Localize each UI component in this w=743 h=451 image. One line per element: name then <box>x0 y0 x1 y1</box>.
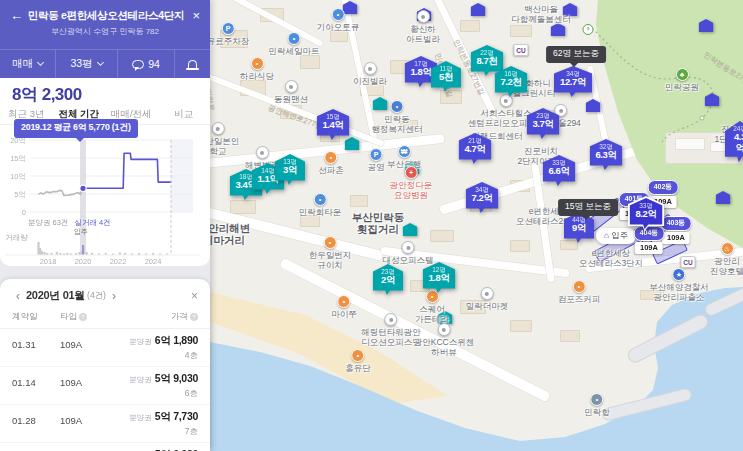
transaction-row[interactable]: 01.31109A분양권6억 1,8904층 <box>0 329 210 367</box>
house-icon <box>586 99 601 112</box>
transaction-row[interactable]: 01.14109A분양권5억 9,0306층 <box>0 367 210 405</box>
price-marker[interactable]: 11평5천 <box>431 61 461 92</box>
price-marker[interactable]: 32평6.3억 <box>589 139 622 170</box>
poi-text: 민락공원 <box>665 82 699 92</box>
building-icon <box>285 80 298 93</box>
marker-price: 4.7억 <box>464 144 485 155</box>
legend-presale[interactable]: 분양권 63건 <box>28 218 68 227</box>
small-house-marker[interactable] <box>699 19 714 32</box>
price-marker[interactable]: 33평6.6억 <box>542 155 575 186</box>
hotel-icon: ♨ <box>721 242 734 255</box>
comments-button[interactable]: 94 <box>118 50 174 78</box>
presale-badge: 분양권 <box>129 375 152 384</box>
property-detail-panel: ← 민락동 e편한세상오션테라스4단지 × 부산광역시 수영구 민락동 782 … <box>0 0 210 451</box>
history-count: (4건) <box>87 290 106 302</box>
mart-icon: • <box>314 193 327 206</box>
food-icon: • <box>338 295 351 308</box>
poi-label: •하라식당 <box>240 57 274 81</box>
info-icon[interactable]: ? <box>79 313 87 321</box>
poi-label: 황신하아트빌라 <box>406 10 440 44</box>
price-marker[interactable]: 15평1.4억 <box>316 109 349 140</box>
poi-label: ♨광안리진양호텔 <box>710 242 743 276</box>
floor-label: 4층 <box>129 350 198 362</box>
price-marker[interactable]: 13평3억 <box>275 154 305 185</box>
small-house-marker[interactable] <box>705 93 720 106</box>
street-label: 민락로 <box>210 88 217 112</box>
price-marker[interactable]: 23평3.7억 <box>526 108 559 139</box>
house-icon <box>716 191 731 204</box>
price-marker[interactable]: 34평7.2억 <box>465 182 498 213</box>
close-icon[interactable]: × <box>186 8 200 23</box>
poi-label: •한우일번지규이치 <box>309 236 352 270</box>
back-icon[interactable]: ← <box>10 8 26 23</box>
small-house-marker[interactable] <box>716 191 731 204</box>
presale-badge: 분양권 <box>129 337 152 346</box>
price-marker[interactable]: 16평7.2천 <box>494 66 527 97</box>
poi-label: 부산일본인학교 <box>210 122 239 156</box>
poi-text: 선파촌 <box>318 165 344 175</box>
poi-text: 기아오토큐 <box>317 22 360 32</box>
price-cell: 분양권5억 9,0306층 <box>129 372 198 400</box>
price-marker[interactable]: 34평12.7억 <box>554 66 592 97</box>
map-canvas[interactable]: 민락본동로27번길민락본동로27번길광안해변로277번길민락로민락로14번길P유… <box>210 0 743 451</box>
convenience-store-label: CU <box>681 256 696 268</box>
poi-label: •기아오토큐 <box>317 8 360 32</box>
marker-body: 34평7.2억 <box>465 182 498 213</box>
transaction-row[interactable]: 01.22109A분양권5억 6,0306층 <box>0 443 210 451</box>
small-house-marker[interactable] <box>471 3 486 16</box>
poi-text: 아트빌라 <box>406 34 440 44</box>
viewers-tooltip: 15명 보는중 <box>558 199 618 216</box>
prev-month-button[interactable]: ‹ <box>12 289 24 303</box>
small-house-marker[interactable] <box>586 99 601 112</box>
poi-text: 하버뷰 <box>431 347 457 357</box>
unit-type: 109A <box>60 410 129 438</box>
poi-text: 다함께돌봄센터 <box>511 14 571 24</box>
price-marker[interactable]: 12평1.8억 <box>422 262 455 293</box>
poi-text: 행정복지센터 <box>372 124 423 134</box>
poi-text: 광안리 <box>714 256 740 266</box>
svg-text:2022: 2022 <box>110 257 127 266</box>
map-building-block <box>430 230 454 242</box>
next-month-button[interactable]: › <box>108 289 120 303</box>
price-marker[interactable]: 21평4.7억 <box>458 133 491 164</box>
poi-label: 백산마을다함께돌봄센터 <box>511 4 571 24</box>
small-house-marker[interactable] <box>551 23 566 36</box>
marker-price: 1.8억 <box>410 67 431 78</box>
park-icon: ♣ <box>676 68 689 81</box>
price-marker[interactable]: 23평2억 <box>373 264 403 295</box>
marker-size: 33평 <box>548 159 569 166</box>
small-house-marker[interactable] <box>403 223 418 236</box>
unit-type-badge: 109A <box>635 242 663 254</box>
price-history-chart[interactable]: 20억15억10억5억02018202020222024 <box>0 135 210 266</box>
alarm-button[interactable] <box>174 50 210 78</box>
price-marker[interactable]: 24평4.3억 <box>725 121 743 163</box>
info-icon[interactable]: ? <box>190 313 198 321</box>
marker-size: 33평 <box>635 202 656 209</box>
history-close-icon[interactable]: × <box>191 289 198 303</box>
marker-size: 11평 <box>437 65 455 72</box>
unit-type: 109A <box>60 372 129 400</box>
poi-label: •홍유단 <box>345 349 371 373</box>
dong-badge: 403동 <box>661 216 692 231</box>
poi-label: 광안리해변테마거리 <box>210 222 250 247</box>
transaction-price: 6억 1,890 <box>155 334 198 346</box>
poi-label: 이진빌라 <box>353 62 387 86</box>
poi-label: 광안KCC스위첸하버뷰 <box>414 323 474 357</box>
selected-price-marker[interactable]: 33평8.2억 <box>627 196 664 231</box>
marker-price: 1.4억 <box>322 120 343 131</box>
anchor-icon: • <box>591 393 604 406</box>
price-cell: 분양권6억 1,8904층 <box>129 334 198 362</box>
poi-text: 민락동 <box>384 114 410 124</box>
transaction-row[interactable]: 01.28109A분양권5억 7,7307층 <box>0 405 210 443</box>
marker-size: 34평 <box>471 186 492 193</box>
svg-text:10억: 10억 <box>10 172 26 181</box>
marker-size: 13평 <box>281 158 299 165</box>
legend-actual[interactable]: 실거래 4건 <box>74 218 110 227</box>
price-chart-card: ← 민락동 e편한세상오션테라스4단지 × 부산광역시 수영구 민락동 782 … <box>0 0 210 266</box>
house-icon <box>403 223 418 236</box>
trade-type-dropdown[interactable]: 매매 <box>0 50 56 78</box>
area-type-dropdown[interactable]: 33평 <box>56 50 118 78</box>
marker-size: 34평 <box>560 70 586 77</box>
unit-type: 109A <box>60 334 129 362</box>
tab-3[interactable]: 비교 <box>158 104 211 124</box>
